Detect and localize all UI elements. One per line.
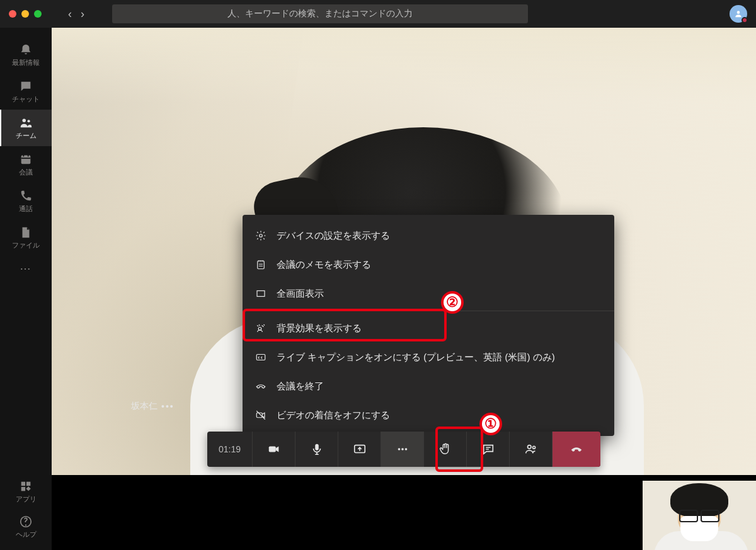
more-actions-button[interactable] xyxy=(381,432,424,467)
rail-help[interactable]: ヘルプ xyxy=(0,511,52,542)
menu-live-captions-label: ライブ キャプションをオンにする (プレビュー、英語 (米国) のみ) xyxy=(277,352,555,364)
svg-rect-15 xyxy=(315,444,319,450)
svg-rect-14 xyxy=(268,446,275,452)
app-rail: 最新情報 チャット チーム 会議 通話 ファイル … xyxy=(0,28,52,550)
profile-avatar[interactable] xyxy=(730,5,747,23)
svg-point-19 xyxy=(404,448,407,450)
rail-activity-label: 最新情報 xyxy=(12,58,40,67)
rail-calls[interactable]: 通話 xyxy=(0,183,52,219)
background-effects-icon xyxy=(255,323,266,334)
video-off-icon xyxy=(255,410,266,421)
hang-up-button[interactable] xyxy=(553,432,600,467)
svg-point-21 xyxy=(532,446,535,449)
svg-point-18 xyxy=(401,448,404,450)
rail-apps[interactable]: アプリ xyxy=(0,476,52,507)
svg-point-17 xyxy=(398,448,400,450)
rail-calendar[interactable]: 会議 xyxy=(0,146,52,183)
rail-files[interactable]: ファイル xyxy=(0,219,52,256)
svg-point-2 xyxy=(27,120,30,122)
rail-calls-label: 通話 xyxy=(19,204,33,214)
menu-background-effects-label: 背景効果を表示する xyxy=(277,323,362,335)
microphone-icon xyxy=(310,442,324,456)
search-input[interactable]: 人、キーワードの検索、またはコマンドの入力 xyxy=(112,4,528,23)
menu-device-settings[interactable]: デバイスの設定を表示する xyxy=(243,221,614,250)
svg-point-1 xyxy=(23,118,26,122)
maximize-window-icon[interactable] xyxy=(34,10,42,18)
show-chat-button[interactable] xyxy=(467,432,510,467)
window-controls xyxy=(9,10,42,18)
share-screen-button[interactable] xyxy=(338,432,381,467)
menu-fullscreen[interactable]: 全画面表示 xyxy=(243,279,614,308)
menu-live-captions[interactable]: ライブ キャプションをオンにする (プレビュー、英語 (米国) のみ) xyxy=(243,343,614,372)
gear-icon xyxy=(255,230,266,241)
call-timer: 01:19 xyxy=(207,432,253,467)
notes-icon xyxy=(255,259,266,270)
more-actions-menu: デバイスの設定を表示する 会議のメモを表示する 全画面表示 背景効果を表示する xyxy=(243,215,614,436)
menu-separator xyxy=(243,311,614,311)
raise-hand-icon xyxy=(438,442,452,456)
rail-teams-label: チーム xyxy=(16,131,37,140)
meeting-toolbar: 01:19 xyxy=(207,432,600,467)
captions-icon xyxy=(255,352,266,363)
presence-indicator xyxy=(742,17,748,23)
self-view[interactable] xyxy=(643,481,756,550)
hangup-icon xyxy=(570,442,583,456)
close-window-icon[interactable] xyxy=(9,10,16,18)
nav-forward-button[interactable]: › xyxy=(81,8,84,21)
toggle-mic-button[interactable] xyxy=(295,432,338,467)
more-icon xyxy=(396,442,410,456)
svg-rect-12 xyxy=(256,355,265,360)
menu-incoming-video-off[interactable]: ビデオの着信をオフにする xyxy=(243,401,614,430)
menu-meeting-notes[interactable]: 会議のメモを表示する xyxy=(243,250,614,279)
toggle-camera-button[interactable] xyxy=(253,432,295,467)
menu-incoming-video-off-label: ビデオの着信をオフにする xyxy=(277,410,390,421)
rail-teams[interactable]: チーム xyxy=(0,110,52,146)
rail-more[interactable]: … xyxy=(20,260,32,273)
participants-icon xyxy=(524,442,538,456)
rail-chat[interactable]: チャット xyxy=(0,73,52,110)
end-call-icon xyxy=(255,381,266,392)
menu-device-settings-label: デバイスの設定を表示する xyxy=(277,230,390,242)
rail-help-label: ヘルプ xyxy=(16,530,37,539)
menu-fullscreen-label: 全画面表示 xyxy=(277,288,324,300)
svg-point-0 xyxy=(737,11,740,14)
menu-end-meeting-label: 会議を終了 xyxy=(277,381,324,392)
svg-rect-3 xyxy=(21,155,31,164)
raise-hand-button[interactable] xyxy=(424,432,467,467)
svg-rect-5 xyxy=(26,481,30,485)
svg-point-8 xyxy=(260,234,263,238)
nav-back-button[interactable]: ‹ xyxy=(68,8,72,21)
minimize-window-icon[interactable] xyxy=(21,10,29,18)
menu-background-effects[interactable]: 背景効果を表示する xyxy=(243,314,614,343)
svg-rect-4 xyxy=(21,481,25,485)
svg-rect-9 xyxy=(258,261,265,269)
svg-point-11 xyxy=(258,328,261,331)
rail-chat-label: チャット xyxy=(12,95,40,104)
meeting-stage: 坂本仁 ••• デバイスの設定を表示する 会議のメモを表示する 全画面表示 xyxy=(52,28,756,550)
menu-meeting-notes-label: 会議のメモを表示する xyxy=(277,259,371,271)
participant-more-button[interactable]: ••• xyxy=(161,401,175,411)
rail-apps-label: アプリ xyxy=(16,495,37,504)
titlebar: ‹ › 人、キーワードの検索、またはコマンドの入力 xyxy=(0,0,756,28)
chat-icon xyxy=(481,442,495,456)
svg-point-20 xyxy=(527,445,531,449)
share-icon xyxy=(353,442,367,456)
rail-files-label: ファイル xyxy=(12,241,40,250)
menu-end-meeting[interactable]: 会議を終了 xyxy=(243,372,614,401)
fullscreen-icon xyxy=(255,288,266,299)
rail-activity[interactable]: 最新情報 xyxy=(0,37,52,73)
svg-rect-10 xyxy=(257,291,265,297)
participant-name-label: 坂本仁 ••• xyxy=(131,401,175,412)
camera-icon xyxy=(267,442,281,456)
rail-calendar-label: 会議 xyxy=(19,168,33,177)
svg-rect-6 xyxy=(21,486,25,490)
show-participants-button[interactable] xyxy=(510,432,553,467)
